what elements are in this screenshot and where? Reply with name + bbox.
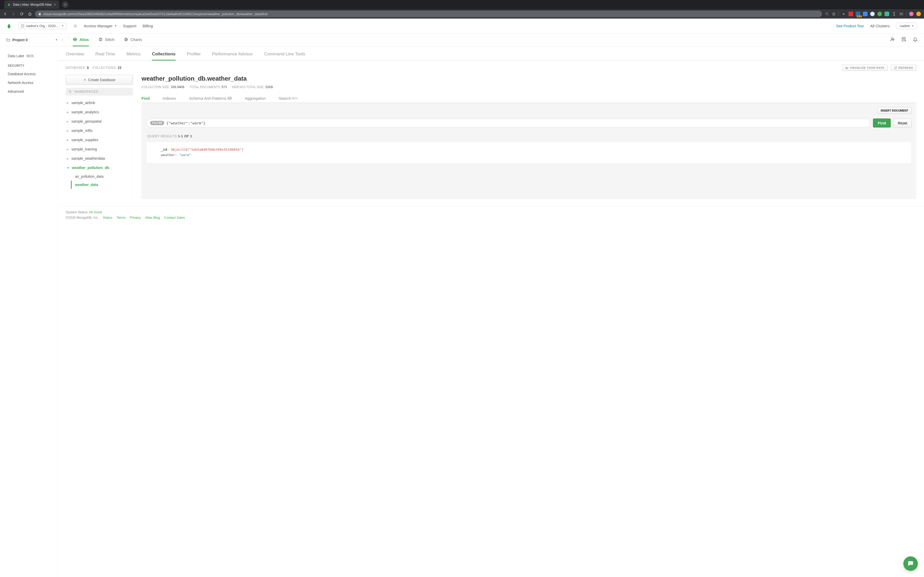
create-database-button[interactable]: ＋ Create Database xyxy=(66,75,132,85)
status-label: System Status: xyxy=(66,210,88,214)
ext-icon-8[interactable] xyxy=(892,11,897,16)
tab-indexes[interactable]: Indexes xyxy=(163,94,176,103)
svg-rect-7 xyxy=(902,38,905,41)
billing-link[interactable]: Billing xyxy=(142,24,153,28)
footer-link[interactable]: Atlas Blog xyxy=(145,216,160,219)
collection-item-active[interactable]: weather_data xyxy=(71,181,132,189)
subtab-metrics[interactable]: Metrics xyxy=(126,48,141,60)
plus-icon: ＋ xyxy=(83,77,87,82)
subtab-collections[interactable]: Collections xyxy=(152,48,176,61)
chevron-right-icon: ▶ xyxy=(67,157,69,160)
namespaces-search[interactable]: NAMESPACES xyxy=(66,88,132,95)
ext-icon-4[interactable] xyxy=(863,11,867,16)
star-icon[interactable] xyxy=(832,12,836,16)
sidebar-advanced[interactable]: Advanced xyxy=(8,87,58,96)
tab-find[interactable]: Find xyxy=(142,94,150,103)
intercom-button[interactable] xyxy=(903,556,918,571)
stitch-tab[interactable]: Stitch xyxy=(98,34,115,47)
support-link[interactable]: Support xyxy=(123,24,137,28)
db-item[interactable]: ▶sample_supplies xyxy=(66,135,132,145)
ext-icon-6[interactable] xyxy=(877,11,882,16)
tab-title: Data | Atlas: MongoDB Atlas xyxy=(13,3,52,6)
back-icon[interactable] xyxy=(3,12,7,16)
visualize-button[interactable]: VISUALIZE YOUR DATA xyxy=(842,64,888,71)
sidebar-network-access[interactable]: Network Access xyxy=(8,78,58,87)
svg-rect-1 xyxy=(21,24,24,27)
forward-icon[interactable] xyxy=(11,12,16,16)
browser-tab[interactable]: Data | Atlas: MongoDB Atlas × xyxy=(4,0,59,9)
caret-down-icon: ▼ xyxy=(114,24,117,27)
caret-down-icon: ▼ xyxy=(61,24,64,27)
zoom-icon[interactable] xyxy=(825,12,829,16)
status-link[interactable]: All Good xyxy=(89,210,102,214)
subtab-performance-advisor[interactable]: Performance Advisor xyxy=(212,48,253,60)
tab-aggregation[interactable]: Aggregation xyxy=(245,94,266,103)
ext-icon-7[interactable] xyxy=(885,11,889,16)
beta-badge: BETA xyxy=(26,54,34,58)
project-menu-icon[interactable]: ⋮ xyxy=(58,38,68,42)
sidebar-data-lake[interactable]: Data Lake BETA xyxy=(8,52,58,60)
footer-link[interactable]: Contact Sales xyxy=(164,216,185,219)
db-item[interactable]: ▶sample_weatherdata xyxy=(66,154,132,163)
databases-label: DATABASES: xyxy=(66,66,86,69)
gear-icon[interactable] xyxy=(73,24,78,28)
db-item-active[interactable]: ▼weather_pollution_db xyxy=(66,163,132,172)
caret-down-icon: ▼ xyxy=(55,39,58,41)
footer-link[interactable]: Status xyxy=(103,216,112,219)
org-name: nadine's Org - 2020-… xyxy=(26,24,60,28)
db-item[interactable]: ▶sample_mflix xyxy=(66,126,132,135)
all-clusters-link[interactable]: All Clusters xyxy=(870,24,890,28)
url-field[interactable]: cloud.mongodb.com/v2/5ea33652445d921efad… xyxy=(35,11,822,17)
copyright: ©2020 MongoDB, Inc. xyxy=(66,216,99,219)
new-tab-button[interactable]: + xyxy=(62,2,68,8)
footer-link[interactable]: Privacy xyxy=(130,216,141,219)
reload-icon[interactable] xyxy=(19,12,24,16)
activity-icon[interactable] xyxy=(901,37,906,43)
refresh-button[interactable]: REFRESH xyxy=(891,64,916,71)
invite-icon[interactable] xyxy=(890,37,895,43)
subtab-overview[interactable]: Overview xyxy=(66,48,84,60)
profile-avatar[interactable] xyxy=(909,11,914,16)
project-selector[interactable]: Project 0 ▼ xyxy=(6,38,58,42)
subtab-profiler[interactable]: Profiler xyxy=(187,48,201,60)
atlas-tab[interactable]: Atlas xyxy=(73,34,89,47)
db-item[interactable]: ▶sample_geospatial xyxy=(66,117,132,126)
chevron-right-icon: ▶ xyxy=(67,102,69,104)
find-button[interactable]: Find xyxy=(873,118,891,127)
home-icon[interactable] xyxy=(28,12,32,16)
db-item[interactable]: ▶sample_analytics xyxy=(66,107,132,117)
refresh-icon xyxy=(894,66,897,69)
lock-icon xyxy=(38,12,41,15)
subtab-cli-tools[interactable]: Command Line Tools xyxy=(264,48,305,60)
filter-input[interactable]: FILTER {"weather":"warm"} xyxy=(146,119,871,127)
user-dropdown[interactable]: nadine ▼ xyxy=(896,23,918,29)
access-manager-link[interactable]: Access Manager ▼ xyxy=(84,24,117,28)
db-item[interactable]: ▶sample_airbnb xyxy=(66,98,132,107)
product-tour-link[interactable]: See Product Tour xyxy=(836,24,864,28)
footer-link[interactable]: Terms xyxy=(116,216,126,219)
count-badge: 0 xyxy=(228,97,232,100)
bell-icon[interactable] xyxy=(913,37,918,43)
org-dropdown[interactable]: nadine's Org - 2020-… ▼ xyxy=(18,23,67,29)
collection-item[interactable]: air_pollution_data xyxy=(71,172,132,181)
mongodb-logo-icon[interactable] xyxy=(6,23,12,29)
reset-button[interactable]: Reset xyxy=(893,119,912,127)
tab-search[interactable]: SearchBETA xyxy=(279,94,298,103)
sidebar-database-access[interactable]: Database Access xyxy=(8,69,58,78)
tab-schema[interactable]: Schema Anti-Patterns 0 xyxy=(189,94,232,103)
ext-icon-1[interactable]: ✕ xyxy=(841,11,846,16)
tab-close-icon[interactable]: × xyxy=(54,3,56,7)
ext-icon-5[interactable] xyxy=(870,11,875,16)
document-card[interactable]: _id: ObjectId("5eb5a8d0766b209e35196056"… xyxy=(146,142,912,163)
stitch-icon xyxy=(98,37,103,42)
charts-tab[interactable]: Charts xyxy=(124,34,142,47)
ext-icon-3[interactable]: NEW xyxy=(856,11,860,16)
atlas-icon xyxy=(73,37,78,42)
browser-menu-icon[interactable] xyxy=(916,11,921,16)
db-item[interactable]: ▶sample_training xyxy=(66,145,132,154)
project-name: Project 0 xyxy=(12,38,27,42)
insert-document-button[interactable]: INSERT DOCUMENT xyxy=(877,107,912,114)
subtab-real-time[interactable]: Real Time xyxy=(95,48,115,60)
ext-icon-2[interactable] xyxy=(848,11,853,16)
ext-icon-9[interactable] xyxy=(899,11,904,16)
